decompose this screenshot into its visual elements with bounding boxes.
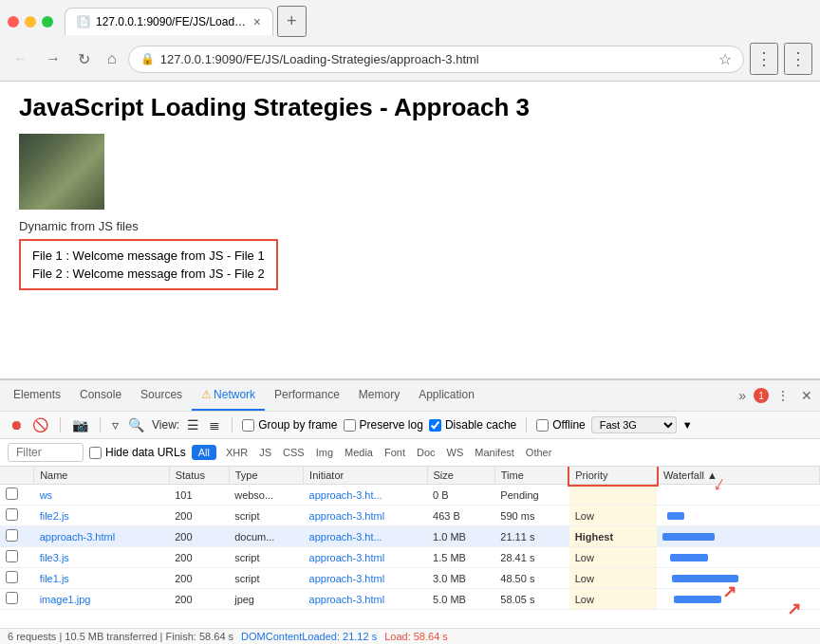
col-status[interactable]: Status <box>169 467 229 485</box>
tab-console[interactable]: Console <box>70 380 131 411</box>
col-priority[interactable]: Priority <box>569 467 658 485</box>
table-row[interactable]: file2.js200scriptapproach-3.html463 B590… <box>0 506 820 526</box>
row-checkbox[interactable] <box>6 592 18 604</box>
filter-js[interactable]: JS <box>255 446 275 459</box>
col-size[interactable]: Size <box>427 467 494 485</box>
row-name: approach-3.html <box>34 526 170 547</box>
devtools-settings-button[interactable]: ⋮ <box>773 384 793 407</box>
hide-data-urls-input[interactable] <box>89 447 102 459</box>
filter-all-button[interactable]: All <box>192 445 216 460</box>
table-row[interactable]: file3.js200scriptapproach-3.html1.5 MB28… <box>0 547 820 568</box>
filter-css[interactable]: CSS <box>279 446 308 459</box>
filter-xhr[interactable]: XHR <box>222 446 252 459</box>
table-row[interactable]: file1.js200scriptapproach-3.html3.0 MB48… <box>0 568 820 589</box>
row-initiator: approach-3.html <box>304 568 427 589</box>
tab-sources[interactable]: Sources <box>131 380 192 411</box>
waterfall-view-icon[interactable]: ≣ <box>207 415 222 434</box>
disable-cache-label: Disable cache <box>445 418 516 432</box>
load-time: Load: 58.64 s <box>384 631 448 642</box>
new-tab-button[interactable]: + <box>277 6 307 37</box>
home-button[interactable]: ⌂ <box>102 46 122 71</box>
close-button[interactable] <box>8 16 19 28</box>
filter-doc[interactable]: Doc <box>413 446 439 459</box>
record-button[interactable]: ⏺ <box>8 415 25 434</box>
arrow-indicator-bottom-left: ↗ <box>722 581 736 602</box>
disable-cache-checkbox[interactable]: Disable cache <box>429 418 516 432</box>
row-checkbox[interactable] <box>6 550 18 562</box>
preserve-log-checkbox[interactable]: Preserve log <box>344 418 423 432</box>
throttle-select[interactable]: Fast 3G Slow 3G No throttling <box>591 416 677 433</box>
separator-3 <box>232 417 233 432</box>
more-tabs-button[interactable]: » <box>735 384 750 407</box>
table-row[interactable]: ws101webso...approach-3.ht...0 BPending <box>0 485 820 506</box>
tab-performance[interactable]: Performance <box>265 380 349 411</box>
group-by-frame-input[interactable] <box>242 419 254 432</box>
row-name: ws <box>34 485 170 506</box>
col-time[interactable]: Time <box>494 467 568 485</box>
col-name[interactable]: Name <box>34 467 170 485</box>
minimize-button[interactable] <box>25 16 36 28</box>
extensions-button[interactable]: ⋮ <box>750 43 778 75</box>
tab-close-icon[interactable]: × <box>253 14 261 29</box>
col-checkbox <box>0 467 34 485</box>
row-waterfall <box>657 485 819 506</box>
filter-img[interactable]: Img <box>312 446 337 459</box>
filter-ws[interactable]: WS <box>443 446 468 459</box>
disable-cache-input[interactable] <box>429 419 441 432</box>
filter-other[interactable]: Other <box>522 446 556 459</box>
filter-input[interactable] <box>8 443 84 462</box>
requests-summary: 6 requests | 10.5 MB transferred | Finis… <box>8 631 233 642</box>
devtools-close-button[interactable]: ✕ <box>797 384 816 407</box>
tab-memory[interactable]: Memory <box>349 380 409 411</box>
group-by-frame-checkbox[interactable]: Group by frame <box>242 418 337 432</box>
preserve-log-input[interactable] <box>344 419 356 432</box>
clear-button[interactable]: 🚫 <box>30 415 50 434</box>
hide-data-urls-checkbox[interactable]: Hide data URLs <box>89 446 186 459</box>
row-priority: Low <box>569 589 658 610</box>
col-waterfall[interactable]: Waterfall ▲ <box>657 467 819 485</box>
row-size: 0 B <box>427 485 494 506</box>
row-priority <box>569 485 658 506</box>
filter-media[interactable]: Media <box>341 446 377 459</box>
forward-button[interactable]: → <box>40 46 66 71</box>
window-controls <box>8 16 53 28</box>
filter-icon[interactable]: ▿ <box>110 415 121 434</box>
row-status: 200 <box>169 568 229 589</box>
search-icon[interactable]: 🔍 <box>126 415 146 434</box>
row-time: 21.11 s <box>494 526 568 547</box>
tab-application[interactable]: Application <box>409 380 484 411</box>
status-bar: 6 requests | 10.5 MB transferred | Finis… <box>0 628 820 644</box>
browser-tab[interactable]: 📄 127.0.0.1:9090/FE/JS/Loading-... × <box>65 8 273 35</box>
row-initiator: approach-3.html <box>304 589 427 610</box>
tab-title: 127.0.0.1:9090/FE/JS/Loading-... <box>96 15 248 28</box>
filter-font[interactable]: Font <box>381 446 409 459</box>
tab-elements[interactable]: Elements <box>4 380 70 411</box>
row-initiator: approach-3.html <box>304 506 427 526</box>
row-checkbox[interactable] <box>6 488 18 500</box>
list-view-icon[interactable]: ☰ <box>185 415 201 434</box>
separator-4 <box>526 417 527 432</box>
table-row[interactable]: image1.jpg200jpegapproach-3.html5.0 MB58… <box>0 589 820 610</box>
address-bar[interactable]: 🔒 127.0.0.1:9090/FE/JS/Loading-Strategie… <box>128 46 744 73</box>
view-label: View: <box>152 418 179 432</box>
row-priority: Highest <box>569 526 658 547</box>
table-row[interactable]: approach-3.html200docum...approach-3.ht.… <box>0 526 820 547</box>
row-checkbox[interactable] <box>6 529 18 542</box>
offline-input[interactable] <box>536 419 549 432</box>
back-button[interactable]: ← <box>8 46 34 71</box>
offline-checkbox[interactable]: Offline <box>536 418 585 432</box>
row-checkbox[interactable] <box>6 571 18 583</box>
col-type[interactable]: Type <box>229 467 303 485</box>
camera-icon[interactable]: 📷 <box>70 415 90 434</box>
refresh-button[interactable]: ↻ <box>72 46 96 72</box>
col-initiator[interactable]: Initiator <box>304 467 427 485</box>
page-image <box>19 134 104 210</box>
tab-network[interactable]: ⚠Network <box>192 380 265 411</box>
maximize-button[interactable] <box>42 16 53 28</box>
menu-button[interactable]: ⋮ <box>784 43 812 75</box>
bookmark-icon[interactable]: ☆ <box>718 50 732 68</box>
row-size: 3.0 MB <box>427 568 494 589</box>
filter-manifest[interactable]: Manifest <box>471 446 518 459</box>
row-waterfall <box>657 547 819 568</box>
row-checkbox[interactable] <box>6 508 18 521</box>
